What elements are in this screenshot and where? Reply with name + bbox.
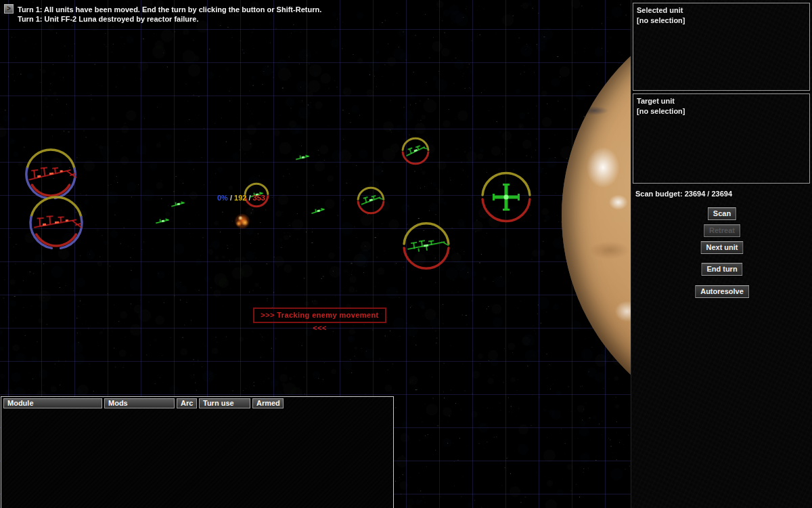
separator: /	[228, 194, 234, 202]
panel-title: Selected unit	[637, 5, 806, 16]
scan-budget-label: Scan budget: 23694 / 23694	[635, 190, 732, 198]
sidebar: Selected unit [no selection] Target unit…	[631, 0, 812, 508]
selected-unit-panel: Selected unit [no selection]	[633, 3, 810, 91]
next-unit-button[interactable]: Next unit	[700, 241, 743, 254]
panel-value: [no selection]	[637, 16, 806, 26]
column-header-arc: Arc	[177, 398, 197, 408]
expand-log-button[interactable]: >	[4, 4, 14, 14]
panel-title: Target unit	[637, 96, 806, 106]
module-table-header: ModuleModsArcTurn useArmed	[3, 398, 393, 408]
green-station-sprite	[491, 182, 521, 212]
log-line: Turn 1: Unit FF-2 Luna destroyed by reac…	[18, 14, 613, 24]
green-scout-sprite	[309, 205, 327, 218]
battle-map: 0% / 192 / 353 >>> Tracking enemy moveme…	[0, 0, 631, 508]
tracking-banner: >>> Tracking enemy movement <<<	[253, 308, 386, 323]
target-unit-panel: Target unit [no selection]	[633, 93, 810, 184]
hit-value-1: 192	[234, 194, 246, 202]
red-cruiser-sprite	[28, 211, 84, 235]
game-screen: 0% / 192 / 353 >>> Tracking enemy moveme…	[0, 0, 812, 508]
explosion-effect	[231, 209, 254, 232]
hit-chance-percent: 0%	[217, 194, 228, 202]
retreat-button[interactable]: Retreat	[704, 224, 740, 237]
column-header-turn-use: Turn use	[199, 398, 250, 408]
green-scout-sprite	[294, 152, 311, 163]
message-lines: Turn 1: All units have been moved. End t…	[18, 5, 613, 24]
hit-value-2: 353	[253, 194, 265, 202]
green-scout-sprite	[154, 215, 171, 227]
column-header-armed: Armed	[252, 398, 284, 408]
column-header-mods: Mods	[104, 398, 175, 408]
green-scout-sprite	[169, 198, 187, 211]
hit-indicator: 0% / 192 / 353	[217, 194, 265, 202]
panel-value: [no selection]	[637, 106, 806, 117]
autoresolve-button[interactable]: Autoresolve	[695, 285, 749, 298]
separator: /	[246, 194, 252, 202]
column-header-module: Module	[3, 398, 102, 408]
module-table: ModuleModsArcTurn useArmed	[1, 396, 394, 508]
scan-button[interactable]: Scan	[708, 207, 736, 220]
end-turn-button[interactable]: End turn	[701, 263, 742, 276]
log-line: Turn 1: All units have been moved. End t…	[18, 5, 613, 14]
